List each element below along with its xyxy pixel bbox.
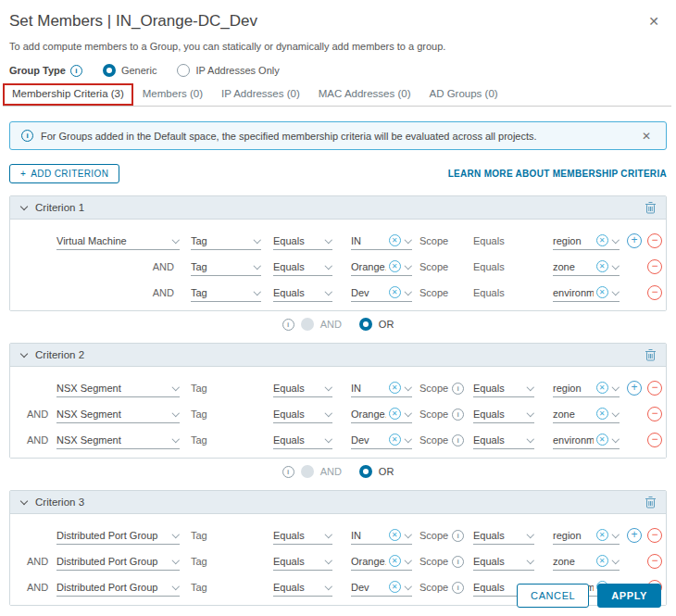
radio-selected-icon[interactable] [103,64,116,77]
chevron-down-icon [611,409,619,417]
add-row-button[interactable]: + [627,233,642,248]
clear-icon[interactable]: ✕ [389,555,401,567]
tab-ad-groups[interactable]: AD Groups (0) [419,83,507,106]
entity-select[interactable]: NSX Segment [56,405,180,423]
operator-select[interactable]: Equals [273,405,332,423]
operator-select[interactable]: Equals [273,283,332,302]
tag-select[interactable]: Tag [191,258,261,276]
chevron-down-icon [404,531,411,538]
scope-value-combobox[interactable]: environm...✕ [553,431,620,449]
remove-row-button[interactable]: − [647,528,662,543]
operator-select[interactable]: Equals [273,379,332,397]
tag-select[interactable]: Tag [191,232,261,250]
trash-icon[interactable] [645,496,657,509]
criterion-2-header[interactable]: Criterion 2 [10,344,666,367]
tag-value-combobox[interactable]: IN✕ [351,232,412,250]
scope-operator-label: Equals [473,258,534,276]
clear-icon[interactable]: ✕ [389,434,401,446]
scope-value-combobox[interactable]: region✕ [553,526,620,545]
radio-generic[interactable]: Generic [103,64,157,77]
row-join-label [27,232,55,250]
clear-icon[interactable]: ✕ [389,260,401,272]
radio-unselected-icon[interactable] [177,64,190,77]
clear-icon[interactable]: ✕ [389,581,401,593]
remove-row-button[interactable]: − [647,381,662,396]
tag-value-combobox[interactable]: Orange...✕ [351,405,412,423]
tag-value-combobox[interactable]: IN✕ [351,526,412,545]
clear-icon[interactable]: ✕ [389,529,401,541]
scope-value-combobox[interactable]: environm...✕ [553,283,620,302]
tag-value-combobox[interactable]: Orange...✕ [351,552,412,571]
radio-and-disabled[interactable] [301,465,314,478]
clear-icon[interactable]: ✕ [596,260,608,272]
operator-select[interactable]: Equals [273,431,332,449]
radio-or-selected[interactable] [359,465,372,478]
trash-icon[interactable] [645,201,657,214]
dialog-close-icon[interactable]: ✕ [645,12,663,31]
clear-icon[interactable]: ✕ [596,234,608,246]
banner-close-icon[interactable]: ✕ [638,127,655,145]
clear-icon[interactable]: ✕ [389,408,401,420]
radio-ip-addresses-only[interactable]: IP Addresses Only [177,64,279,77]
actions-row: + ADD CRITERION LEARN MORE ABOUT MEMBERS… [9,164,667,183]
clear-icon[interactable]: ✕ [596,434,608,446]
scope-operator-select[interactable]: Equals [473,552,534,571]
operator-select[interactable]: Equals [273,578,332,597]
scope-operator-select[interactable]: Equals [473,526,534,545]
tag-value-combobox[interactable]: Orange...✕ [351,258,412,276]
cancel-button[interactable]: CANCEL [517,584,589,608]
clear-icon[interactable]: ✕ [596,529,608,541]
scope-value-combobox[interactable]: zone✕ [553,405,620,423]
clear-icon[interactable]: ✕ [389,234,401,246]
clear-icon[interactable]: ✕ [596,382,608,394]
entity-select[interactable]: Distributed Port Group [56,526,180,545]
operator-select[interactable]: Equals [273,258,332,276]
trash-icon[interactable] [645,348,657,361]
scope-value-combobox[interactable]: zone✕ [553,258,620,276]
tag-select[interactable]: Tag [191,283,261,302]
criterion-3-header[interactable]: Criterion 3 [10,491,666,514]
operator-select[interactable]: Equals [273,232,332,250]
scope-value-combobox[interactable]: region✕ [553,379,620,397]
add-row-button[interactable]: + [627,381,642,396]
entity-select[interactable]: Distributed Port Group [56,552,180,571]
entity-select[interactable]: NSX Segment [56,379,180,397]
clear-icon[interactable]: ✕ [389,382,401,394]
remove-row-button[interactable]: − [647,285,662,300]
scope-operator-select[interactable]: Equals [473,431,534,449]
tag-value-combobox[interactable]: Dev✕ [351,578,412,597]
operator-select[interactable]: Equals [273,526,332,545]
radio-or-selected[interactable] [359,318,372,331]
clear-icon[interactable]: ✕ [389,286,401,298]
clear-icon[interactable]: ✕ [596,286,608,298]
radio-and-disabled[interactable] [301,318,314,331]
entity-select[interactable]: NSX Segment [56,431,180,449]
remove-row-button[interactable]: − [647,554,662,569]
clear-icon[interactable]: ✕ [596,408,608,420]
operator-select[interactable]: Equals [273,552,332,571]
tag-value-combobox[interactable]: IN✕ [351,379,412,397]
remove-row-button[interactable]: − [647,433,662,447]
tab-mac-addresses[interactable]: MAC Addresses (0) [309,83,420,106]
add-row-button[interactable]: + [627,528,642,543]
tab-membership-criteria[interactable]: Membership Criteria (3) [3,83,133,106]
learn-more-link[interactable]: LEARN MORE ABOUT MEMBERSHIP CRITERIA [448,169,667,179]
scope-value-combobox[interactable]: zone✕ [553,552,620,571]
scope-operator-select[interactable]: Equals [473,405,534,423]
remove-row-button[interactable]: − [647,407,662,421]
add-criterion-button[interactable]: + ADD CRITERION [9,164,119,183]
scope-operator-select[interactable]: Equals [473,379,534,397]
clear-icon[interactable]: ✕ [596,555,608,567]
entity-select[interactable]: Virtual Machine [56,232,180,250]
apply-button[interactable]: APPLY [597,584,661,608]
criterion-1-header[interactable]: Criterion 1 [10,196,666,220]
remove-row-button[interactable]: − [647,259,662,274]
tag-value-combobox[interactable]: Dev✕ [351,283,412,302]
scope-value-combobox[interactable]: region✕ [553,232,620,250]
remove-row-button[interactable]: − [647,233,662,248]
tab-members[interactable]: Members (0) [133,83,212,106]
tag-value-combobox[interactable]: Dev✕ [351,431,412,449]
group-type-info-icon[interactable]: i [70,65,82,77]
tab-ip-addresses[interactable]: IP Addresses (0) [212,83,309,106]
entity-select[interactable]: Distributed Port Group [56,578,180,597]
